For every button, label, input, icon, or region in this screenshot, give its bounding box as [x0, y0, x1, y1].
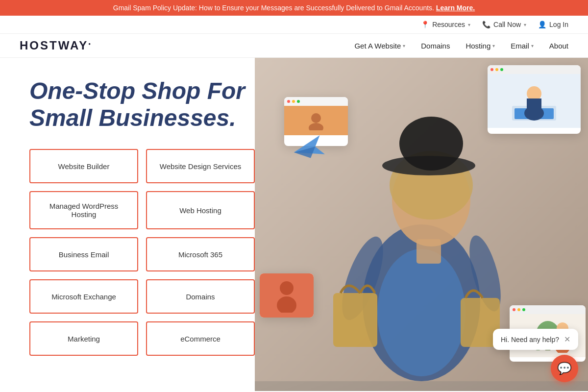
service-label-managed-wordpress: Managed WordPress Hosting — [38, 202, 129, 219]
svg-marker-14 — [292, 135, 325, 162]
resources-label: Resources — [432, 21, 465, 28]
service-card-web-hosting[interactable]: Web Hosting — [146, 191, 255, 229]
user-icon: 👤 — [538, 21, 546, 28]
chat-icon: 💬 — [557, 362, 572, 375]
service-card-marketing[interactable]: Marketing — [29, 321, 138, 356]
svg-point-22 — [277, 296, 296, 313]
nav-label-get-website: Get A Website — [354, 42, 401, 50]
nav-item-hosting[interactable]: Hosting ▾ — [466, 42, 495, 50]
nav-item-about[interactable]: About — [549, 42, 568, 50]
log-in-label: Log In — [549, 21, 568, 28]
chat-message: Hi. Need any help? — [501, 336, 559, 343]
svg-point-6 — [399, 117, 463, 171]
resources-nav-item[interactable]: 📍 Resources ▾ — [421, 21, 470, 28]
logo-text: HOSTWAY● — [20, 39, 92, 52]
svg-point-2 — [377, 249, 466, 376]
service-card-managed-wordpress[interactable]: Managed WordPress Hosting — [29, 191, 138, 229]
svg-point-21 — [280, 281, 294, 295]
hero-title: One-Stop Shop For Small Businesses. — [29, 77, 255, 131]
chevron-hosting: ▾ — [492, 43, 495, 49]
chat-bubble: Hi. Need any help? ✕ — [493, 329, 578, 350]
nav-label-email: Email — [511, 42, 529, 50]
svg-rect-7 — [416, 239, 441, 264]
nav-item-email[interactable]: Email ▾ — [511, 42, 534, 50]
service-label-marketing: Marketing — [68, 335, 100, 343]
chevron-get-website: ▾ — [403, 43, 405, 49]
service-label-microsoft-exchange: Microsoft Exchange — [51, 293, 116, 301]
service-label-website-builder: Website Builder — [58, 162, 110, 171]
logo[interactable]: HOSTWAY● — [20, 39, 92, 52]
main-nav-items: Get A Website ▾ Domains Hosting ▾ Email … — [354, 42, 568, 50]
banner-text: Gmail Spam Policy Update: How to Ensure … — [113, 4, 434, 12]
nav-label-domains: Domains — [421, 42, 450, 50]
chat-close-button[interactable]: ✕ — [564, 335, 570, 344]
service-label-ecommerce: eCommerce — [180, 335, 220, 343]
nav-label-about: About — [549, 42, 568, 50]
chat-open-button[interactable]: 💬 — [551, 355, 578, 382]
svg-point-13 — [309, 123, 323, 130]
log-in-nav-item[interactable]: 👤 Log In — [538, 21, 568, 28]
call-now-chevron: ▾ — [524, 22, 526, 27]
service-label-web-hosting: Web Hosting — [179, 206, 221, 215]
nav-item-get-website[interactable]: Get A Website ▾ — [354, 42, 405, 50]
service-card-domains[interactable]: Domains — [146, 279, 255, 314]
service-card-ecommerce[interactable]: eCommerce — [146, 321, 255, 356]
chevron-email: ▾ — [531, 43, 534, 49]
phone-icon: 📞 — [482, 21, 490, 28]
service-card-business-email[interactable]: Business Email — [29, 237, 138, 271]
svg-point-12 — [311, 113, 321, 123]
chat-widget: Hi. Need any help? ✕ 💬 — [493, 329, 578, 382]
call-now-nav-item[interactable]: 📞 Call Now ▾ — [482, 21, 526, 28]
nav-item-domains[interactable]: Domains — [421, 42, 450, 50]
service-label-microsoft-365: Microsoft 365 — [178, 250, 222, 259]
top-banner: Gmail Spam Policy Update: How to Ensure … — [0, 0, 588, 16]
service-label-business-email: Business Email — [59, 250, 109, 259]
pin-icon: 📍 — [421, 21, 429, 28]
service-card-microsoft-365[interactable]: Microsoft 365 — [146, 237, 255, 271]
svg-rect-20 — [527, 98, 541, 108]
nav-label-hosting: Hosting — [466, 42, 490, 50]
service-label-website-design-services: Website Design Services — [160, 162, 241, 171]
call-now-label: Call Now — [493, 21, 521, 28]
service-card-microsoft-exchange[interactable]: Microsoft Exchange — [29, 279, 138, 314]
floating-card-browser — [488, 65, 581, 134]
service-card-website-design-services[interactable]: Website Design Services — [146, 149, 255, 183]
service-card-website-builder[interactable]: Website Builder — [29, 149, 138, 183]
svg-rect-10 — [333, 293, 377, 347]
banner-link[interactable]: Learn More. — [436, 4, 475, 12]
hero-left: One-Stop Shop For Small Businesses. Webs… — [0, 58, 274, 391]
main-nav: HOSTWAY● Get A Website ▾ Domains Hosting… — [0, 34, 588, 58]
service-label-domains: Domains — [186, 293, 215, 301]
service-grid: Website Builder Website Design Services … — [29, 149, 255, 356]
resources-chevron: ▾ — [468, 22, 470, 27]
secondary-nav: 📍 Resources ▾ 📞 Call Now ▾ 👤 Log In — [0, 16, 588, 34]
